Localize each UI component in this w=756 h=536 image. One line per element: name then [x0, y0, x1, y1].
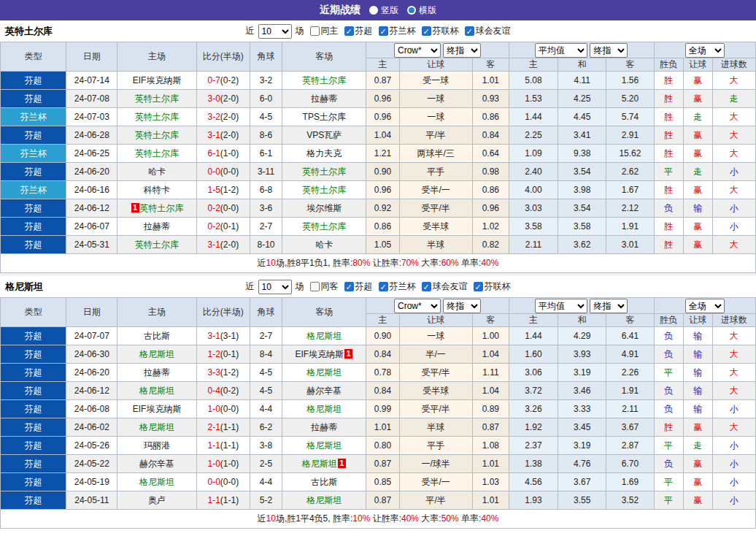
corner-score: 6-0 [250, 90, 282, 108]
score: 3-1(2-0) [196, 236, 250, 254]
away-team[interactable]: 英特土尔库 [282, 72, 366, 90]
same-venue-filter[interactable]: 同客 [310, 280, 339, 293]
score: 3-3(1-2) [196, 364, 250, 382]
result-group-header: 全场 [654, 298, 755, 314]
avg-stage-select[interactable]: 终指 [590, 43, 628, 58]
avg-source-select[interactable]: 平均值 [535, 299, 587, 313]
home-odds: 0.90 [366, 163, 399, 181]
home-team[interactable]: 格尼斯坦 [117, 345, 196, 364]
result-scope-select[interactable]: 全场 [685, 43, 725, 58]
avg-draw: 3.93 [558, 345, 606, 364]
away-team[interactable]: 格尼斯坦 [282, 400, 366, 418]
result-goals: 小 [712, 163, 755, 181]
home-team[interactable]: 赫尔辛基 [117, 455, 196, 473]
league-filter[interactable]: 球会友谊 [422, 280, 468, 293]
col-handicap-result: 让球 [683, 58, 712, 72]
away-team[interactable]: TPS土尔库 [282, 108, 366, 126]
match-row: 芬超24-07-07古比斯3-1(3-1)2-7格尼斯坦0.90一球1.001.… [1, 327, 756, 345]
odds-source-select[interactable]: Crow* [394, 299, 441, 313]
avg-home: 2.11 [509, 236, 558, 254]
away-team[interactable]: 埃尔维斯 [282, 199, 366, 218]
home-team[interactable]: 拉赫蒂 [117, 364, 196, 382]
home-team[interactable]: 格尼斯坦 [117, 418, 196, 437]
away-team[interactable]: 格尼斯坦 [282, 327, 366, 345]
col-avg-away: 客 [606, 58, 654, 72]
away-team[interactable]: 英特土尔库 [282, 218, 366, 236]
match-row: 芬超24-07-08英特土尔库3-0(2-0)6-0拉赫蒂0.96一球0.931… [1, 90, 756, 108]
same-venue-label: 同主 [321, 25, 339, 37]
match-date: 24-06-30 [66, 345, 117, 364]
odds-stage-select[interactable]: 终指 [443, 299, 481, 313]
home-team[interactable]: 1英特土尔库 [117, 199, 196, 218]
away-team[interactable]: 拉赫蒂 [282, 90, 366, 108]
league-filter[interactable]: 芬兰杯 [379, 25, 416, 37]
handicap-line: 平/半 [399, 126, 472, 145]
layout-option-horizontal[interactable]: 横版 [407, 4, 436, 17]
result-handicap: 赢 [683, 491, 712, 510]
league-filter[interactable]: 芬兰杯 [379, 280, 416, 293]
away-team[interactable]: 英特土尔库 [282, 181, 366, 199]
team-name: 英特土尔库 [5, 25, 53, 38]
home-team[interactable]: 拉赫蒂 [117, 218, 196, 236]
away-team[interactable]: 古比斯 [282, 473, 366, 491]
home-team[interactable]: 格尼斯坦 [117, 382, 196, 400]
odds-source-select[interactable]: Crow* [394, 43, 441, 58]
league-filter[interactable]: 芬联杯 [474, 280, 511, 293]
match-row: 芬兰杯24-06-25英特土尔库6-1(1-0)6-1格力夫克1.21两球半/三… [1, 145, 756, 163]
away-team[interactable]: VPS瓦萨 [282, 126, 366, 145]
away-team[interactable]: 赫尔辛基 [282, 382, 366, 400]
avg-draw: 4.25 [558, 90, 606, 108]
result-scope-select[interactable]: 全场 [685, 299, 725, 313]
away-team[interactable]: 英特土尔库 [282, 163, 366, 181]
away-team[interactable]: 格尼斯坦 [282, 364, 366, 382]
away-team[interactable]: 哈卡 [282, 236, 366, 254]
away-team[interactable]: 格尼斯坦 [282, 437, 366, 455]
score: 1-5(1-2) [196, 181, 250, 199]
avg-stage-select[interactable]: 终指 [590, 299, 628, 313]
home-team[interactable]: 古比斯 [117, 327, 196, 345]
league-filter[interactable]: 芬超 [344, 280, 373, 293]
corner-score: 6-2 [250, 418, 282, 437]
score: 1-2(0-1) [196, 345, 250, 364]
result-winlose: 胜 [654, 418, 683, 437]
near-label: 近 [246, 25, 255, 37]
home-team[interactable]: 英特土尔库 [117, 90, 196, 108]
match-row: 芬超24-06-121英特土尔库0-2(0-0)3-6埃尔维斯0.92受平/半0… [1, 199, 756, 218]
away-team[interactable]: 拉赫蒂 [282, 418, 366, 437]
result-goals: 大 [712, 72, 755, 90]
home-odds: 0.80 [366, 437, 399, 455]
league-filter[interactable]: 芬超 [344, 25, 373, 37]
home-team[interactable]: 奥卢 [117, 491, 196, 510]
match-count-select[interactable]: 10 [258, 24, 292, 39]
home-team[interactable]: 英特土尔库 [117, 108, 196, 126]
away-team[interactable]: 格力夫克 [282, 145, 366, 163]
league-filter[interactable]: 芬联杯 [422, 25, 459, 37]
result-goals: 小 [712, 199, 755, 218]
avg-away: 5.74 [606, 108, 654, 126]
away-team[interactable]: 格尼斯坦 [282, 491, 366, 510]
home-team[interactable]: EIF埃克纳斯 [117, 400, 196, 418]
result-handicap: 赢 [683, 72, 712, 90]
layout-option-vertical[interactable]: 竖版 [369, 4, 398, 17]
home-team[interactable]: 哈卡 [117, 163, 196, 181]
home-team[interactable]: 英特土尔库 [117, 236, 196, 254]
home-team[interactable]: 英特土尔库 [117, 126, 196, 145]
same-venue-filter[interactable]: 同主 [310, 25, 339, 37]
odds-stage-select[interactable]: 终指 [443, 43, 481, 58]
col-odds-home: 主 [366, 58, 399, 72]
away-team[interactable]: 格尼斯坦1 [282, 455, 366, 473]
league-filter-label: 球会友谊 [476, 25, 511, 37]
home-team[interactable]: 格尼斯坦 [117, 473, 196, 491]
league-filter[interactable]: 球会友谊 [465, 25, 511, 37]
away-team[interactable]: EIF埃克纳斯1 [282, 345, 366, 364]
home-team[interactable]: 英特土尔库 [117, 145, 196, 163]
away-odds: 0.89 [472, 400, 509, 418]
home-team[interactable]: 科特卡 [117, 181, 196, 199]
home-team[interactable]: 玛丽港 [117, 437, 196, 455]
match-count-select[interactable]: 10 [258, 280, 292, 294]
home-team[interactable]: EIF埃克纳斯 [117, 72, 196, 90]
result-goals: 小 [712, 491, 755, 510]
checkbox-icon [422, 26, 431, 36]
avg-source-select[interactable]: 平均值 [535, 43, 587, 58]
home-odds: 0.78 [366, 364, 399, 382]
